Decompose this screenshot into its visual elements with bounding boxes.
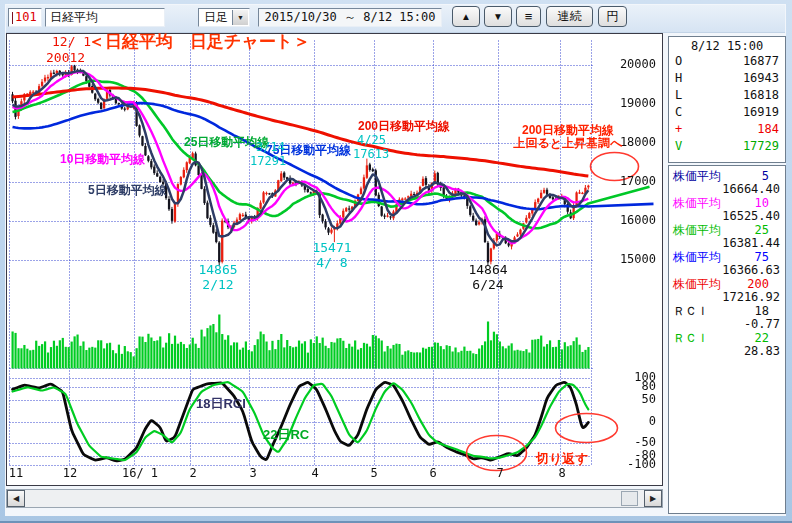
chart-horizontal-scrollbar[interactable]: ◀ ▶ bbox=[6, 489, 663, 508]
symbol-code: 101 bbox=[15, 10, 37, 24]
indicator-value: 16664.40 bbox=[673, 183, 782, 196]
price-chart-canvas[interactable] bbox=[7, 34, 662, 485]
yen-button[interactable]: 円 bbox=[598, 6, 627, 27]
indicator-row: 株価平均1016525.40 bbox=[673, 197, 782, 223]
quote-row: H16943 bbox=[669, 70, 785, 87]
app-window: 101 日経平均 日足 ▼ 2015/10/30 ～ 8/12 15:00 ▲ … bbox=[0, 0, 792, 523]
indicator-value: 16381.44 bbox=[673, 237, 782, 250]
symbol-name: 日経平均 bbox=[50, 10, 98, 24]
quote-row: L16818 bbox=[669, 87, 785, 104]
indicator-label: ＲＣＩ bbox=[673, 305, 709, 318]
quote-label: C bbox=[675, 104, 682, 121]
menu-button[interactable]: ≡ bbox=[516, 6, 541, 27]
indicator-row: 株価平均2516381.44 bbox=[673, 224, 782, 250]
period-select[interactable]: 日足 ▼ bbox=[198, 8, 250, 27]
quote-label: H bbox=[675, 70, 682, 87]
chart-panel: 20000190001800017000160001500010080500-5… bbox=[6, 33, 663, 486]
date-range: 2015/10/30 ～ 8/12 15:00 bbox=[265, 10, 436, 24]
quote-value: 184 bbox=[757, 121, 779, 138]
indicator-row: ＲＣＩ2228.83 bbox=[673, 332, 782, 358]
quote-value: 16877 bbox=[743, 53, 779, 70]
scrollbar-right-arrow-icon[interactable]: ▶ bbox=[644, 490, 662, 507]
quote-row: C16919 bbox=[669, 104, 785, 121]
quote-row: V17729 bbox=[669, 138, 785, 155]
quote-panel: 8/12 15:00 O16877H16943L16818C16919+184V… bbox=[668, 36, 786, 163]
quote-label: + bbox=[675, 121, 682, 138]
indicator-label: ＲＣＩ bbox=[673, 332, 709, 345]
quote-row: +184 bbox=[669, 121, 785, 138]
indicator-label: 株価平均 bbox=[673, 251, 721, 264]
indicator-value: 16366.63 bbox=[673, 264, 782, 277]
indicator-value: 17216.92 bbox=[673, 291, 782, 304]
indicator-label: 株価平均 bbox=[673, 170, 721, 183]
chevron-down-icon[interactable]: ▼ bbox=[232, 10, 248, 25]
scroll-up-button[interactable]: ▲ bbox=[452, 6, 480, 27]
quote-label: V bbox=[675, 138, 682, 155]
indicator-row: 株価平均516664.40 bbox=[673, 170, 782, 196]
quote-value: 16943 bbox=[743, 70, 779, 87]
scroll-down-button[interactable]: ▼ bbox=[484, 6, 512, 27]
quote-row: O16877 bbox=[669, 53, 785, 70]
period-value: 日足 bbox=[204, 10, 228, 24]
symbol-name-field[interactable]: 日経平均 bbox=[45, 8, 165, 27]
continuous-button[interactable]: 連続 bbox=[546, 6, 593, 27]
scrollbar-left-arrow-icon[interactable]: ◀ bbox=[7, 490, 25, 507]
quote-datetime: 8/12 15:00 bbox=[669, 39, 785, 53]
indicator-label: 株価平均 bbox=[673, 278, 721, 291]
indicator-row: ＲＣＩ18-0.77 bbox=[673, 305, 782, 331]
quote-label: O bbox=[675, 53, 682, 70]
indicator-value: 28.83 bbox=[673, 345, 782, 358]
quote-value: 16818 bbox=[743, 87, 779, 104]
indicator-value: -0.77 bbox=[673, 318, 782, 331]
indicator-row: 株価平均7516366.63 bbox=[673, 251, 782, 277]
indicator-panel: 株価平均516664.40株価平均1016525.40株価平均2516381.4… bbox=[668, 165, 786, 514]
indicator-row: 株価平均20017216.92 bbox=[673, 278, 782, 304]
quote-value: 17729 bbox=[743, 138, 779, 155]
indicator-label: 株価平均 bbox=[673, 197, 721, 210]
date-range-field[interactable]: 2015/10/30 ～ 8/12 15:00 bbox=[258, 8, 442, 27]
indicator-label: 株価平均 bbox=[673, 224, 721, 237]
scrollbar-thumb[interactable] bbox=[621, 491, 638, 506]
quote-label: L bbox=[675, 87, 682, 104]
indicator-value: 16525.40 bbox=[673, 210, 782, 223]
symbol-code-field[interactable]: 101 bbox=[8, 8, 42, 27]
text-cursor bbox=[12, 12, 13, 24]
quote-value: 16919 bbox=[743, 104, 779, 121]
